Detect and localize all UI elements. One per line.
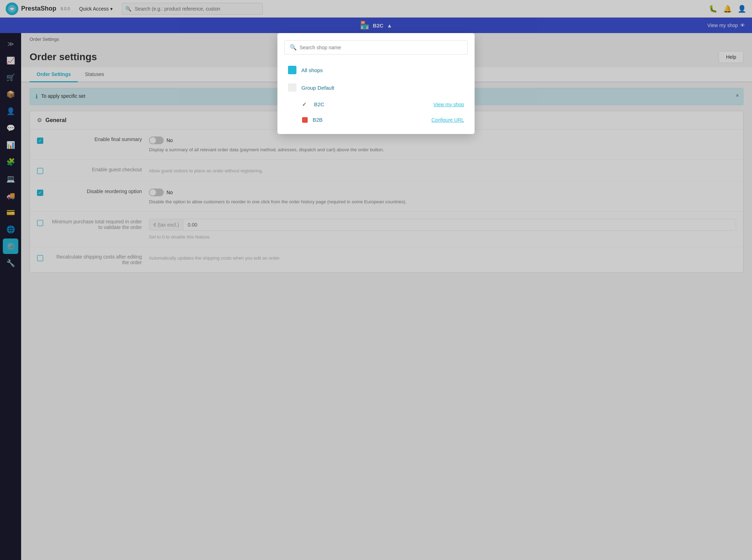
shop-search-bar: 🔍 (284, 40, 468, 55)
all-shops-label: All shops (301, 67, 323, 73)
b2b-configure-url-link[interactable]: Configure URL (431, 117, 464, 123)
shop-list-item-b2c[interactable]: ✓ B2C View my shop (284, 97, 468, 112)
shop-dropdown: 🔍 All shops Group Default ✓ B2C View my … (277, 33, 475, 134)
shop-group-default[interactable]: Group Default (284, 79, 468, 96)
b2c-selected-checkmark: ✓ (302, 101, 309, 108)
b2b-shop-label: B2B (313, 117, 322, 123)
shop-list: All shops Group Default ✓ B2C View my sh… (284, 62, 468, 127)
shop-search-icon: 🔍 (290, 44, 297, 51)
b2c-view-my-shop-link[interactable]: View my shop (433, 102, 464, 107)
shop-search-input[interactable] (300, 45, 462, 50)
shop-list-item-b2b[interactable]: B2B Configure URL (284, 113, 468, 127)
shop-list-item-all-shops[interactable]: All shops (284, 62, 468, 78)
all-shops-color-icon (288, 66, 296, 74)
group-default-icon (288, 83, 296, 92)
b2b-color-icon (302, 117, 308, 123)
group-default-label: Group Default (301, 85, 334, 91)
b2c-shop-label: B2C (314, 101, 324, 107)
